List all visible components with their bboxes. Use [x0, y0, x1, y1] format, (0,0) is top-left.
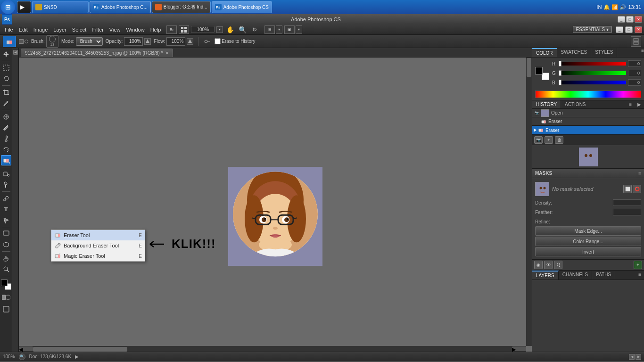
erase-history-label[interactable]: Erase to History [215, 38, 255, 44]
tool-hand[interactable] [1, 253, 11, 263]
ps-max-btn[interactable]: □ [625, 26, 633, 33]
history-panel-expand[interactable]: ▶ [635, 100, 644, 108]
tool-stamp[interactable] [1, 133, 11, 144]
taskbar-tab-blogger[interactable]: Blogger: G소원 Ind... [152, 1, 211, 13]
history-panel-menu[interactable]: ≡ [626, 100, 635, 108]
tab-channels[interactable]: CHANNELS [559, 271, 592, 280]
start-button[interactable]: ⊞ [1, 0, 15, 14]
menu-filter[interactable]: Filter [89, 26, 106, 33]
tool-path-select[interactable] [1, 215, 11, 225]
tool-dodge[interactable] [1, 180, 11, 190]
zoom-tool-btn[interactable]: 🔍 [237, 25, 248, 35]
color-range-button[interactable]: Color Range... [535, 237, 641, 246]
grid-icon[interactable] [179, 25, 189, 34]
tool-shape[interactable] [1, 229, 11, 239]
menu-help[interactable]: Help [148, 26, 164, 33]
r-thumb[interactable] [559, 61, 561, 66]
tool-type[interactable]: T [1, 204, 11, 214]
fg-color-swatch[interactable] [535, 67, 543, 74]
g-slider[interactable] [559, 71, 626, 75]
view-drop[interactable]: ▾ [296, 25, 302, 34]
invert-button[interactable]: Invert [535, 247, 641, 256]
fg-bg-color-boxes[interactable] [535, 67, 549, 80]
g-value[interactable] [628, 70, 641, 76]
r-value[interactable] [628, 60, 641, 67]
scrollbar-arrow-left[interactable]: ◀ [19, 346, 33, 351]
tab-layers[interactable]: LAYERS [532, 271, 559, 280]
status-expand-btn[interactable]: ▶ [75, 354, 79, 360]
tab-swatches[interactable]: SWATCHES [557, 48, 592, 57]
history-delete-btn[interactable]: 🗑 [555, 136, 563, 144]
scrollbar-thumb-v[interactable] [527, 58, 531, 77]
magic-eraser-tool-option[interactable]: Magic Eraser Tool E [51, 251, 145, 261]
flow-slider-icon[interactable] [187, 38, 193, 45]
b-value[interactable] [628, 79, 641, 86]
bg-color-swatch[interactable] [542, 73, 549, 80]
tool-move[interactable] [1, 49, 11, 59]
tab-color[interactable]: COLOR [532, 48, 557, 57]
tool-brush[interactable] [1, 123, 11, 133]
tab-history[interactable]: HISTORY [532, 100, 561, 108]
mode-select[interactable]: Brush [76, 37, 103, 46]
tool-zoom[interactable] [1, 264, 11, 274]
tool-heal[interactable] [1, 112, 11, 122]
menu-image[interactable]: Image [31, 26, 51, 33]
canvas-scroll-area[interactable]: KLIK!!! Eraser Tool E [19, 58, 532, 352]
feather-input[interactable] [613, 209, 641, 215]
tab-actions[interactable]: ACTIONS [561, 100, 590, 108]
status-arrow-left[interactable]: ◀ [629, 354, 635, 360]
collapse-button[interactable]: ◀ [13, 50, 18, 55]
mask-edge-button[interactable]: Mask Edge... [535, 226, 641, 236]
layers-panel-menu[interactable]: ≡ [636, 271, 644, 280]
menu-layer[interactable]: Layer [50, 26, 69, 33]
document-close-icon[interactable]: ✕ [165, 50, 169, 56]
tool-3d[interactable] [1, 239, 11, 250]
mask-eye-icon[interactable]: 👁 [544, 261, 553, 269]
density-input[interactable] [613, 199, 641, 206]
taskbar-tab-media[interactable]: ▶ [17, 1, 31, 13]
opacity-slider-icon[interactable] [144, 38, 151, 45]
history-item-open[interactable]: 📷 Open [532, 109, 644, 117]
hand-tool-btn[interactable]: ✋ [225, 25, 235, 35]
tool-eraser[interactable]: ▾ [1, 155, 11, 165]
tool-lasso[interactable] [1, 74, 11, 84]
zoom-dropdown[interactable]: ▾ [216, 26, 223, 33]
airbrush-icon[interactable] [203, 37, 212, 46]
arrange-icon[interactable]: ⊞ [264, 25, 275, 34]
preset-btn[interactable] [631, 36, 641, 47]
tool-quick-mask[interactable] [1, 292, 11, 303]
menu-view[interactable]: View [107, 26, 124, 33]
arrange-drop[interactable]: ▾ [276, 25, 282, 34]
tool-history-brush[interactable] [1, 144, 11, 155]
menu-edit[interactable]: Edit [16, 26, 31, 33]
scrollbar-arrow-right[interactable]: ▶ [512, 346, 526, 351]
history-cam-btn[interactable]: 📷 [534, 136, 543, 144]
brush-preview[interactable]: 13 [46, 35, 58, 48]
color-panel-menu[interactable]: ≡ [641, 48, 644, 57]
eraser-tool-option[interactable]: Eraser Tool E [51, 230, 145, 240]
mask-unlink-icon[interactable]: ⛓ [554, 261, 562, 269]
b-thumb[interactable] [559, 80, 561, 85]
tab-styles[interactable]: STYLES [591, 48, 617, 57]
foreground-color[interactable] [1, 280, 8, 286]
menu-file[interactable]: File [2, 26, 16, 33]
close-button[interactable]: ✕ [635, 16, 642, 23]
bg-eraser-tool-option[interactable]: Background Eraser Tool E [51, 240, 145, 251]
fg-bg-colors[interactable] [1, 280, 11, 290]
tool-eyedropper[interactable] [1, 98, 11, 108]
tool-paint-bucket[interactable] [1, 169, 11, 179]
scrollbar-horizontal[interactable]: ◀ ▶ [19, 346, 526, 352]
menu-select[interactable]: Select [69, 26, 90, 33]
maximize-button[interactable]: □ [626, 16, 634, 23]
history-item-eraser1[interactable]: Eraser [532, 117, 644, 126]
bridge-icon[interactable]: Br [166, 25, 177, 34]
history-item-eraser2[interactable]: Eraser [532, 126, 644, 134]
history-new-btn[interactable]: + [545, 136, 553, 144]
masks-panel-menu[interactable]: ≡ [638, 171, 641, 176]
minimize-button[interactable]: _ [618, 16, 625, 23]
menu-window[interactable]: Window [124, 26, 148, 33]
tool-crop[interactable] [1, 87, 11, 98]
scrollbar-vertical[interactable] [526, 58, 532, 346]
tool-screen-mode[interactable] [1, 304, 11, 314]
color-spectrum-bar[interactable] [535, 90, 641, 98]
